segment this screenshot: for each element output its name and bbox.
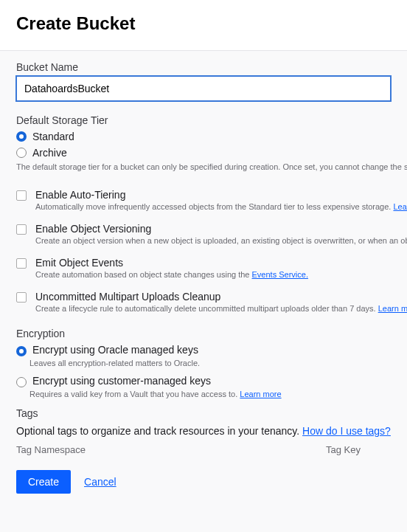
checkbox-icon	[16, 224, 27, 235]
storage-tier-note: The default storage tier for a bucket ca…	[16, 162, 391, 173]
storage-tier-label: Default Storage Tier	[16, 114, 391, 126]
radio-icon	[16, 346, 27, 356]
radio-icon	[16, 377, 27, 387]
encryption-label: Encryption	[16, 328, 391, 339]
encryption-oracle-option[interactable]: Encrypt using Oracle managed keys	[16, 342, 391, 357]
tags-help-link[interactable]: How do I use tags?	[302, 425, 391, 437]
checkbox-icon	[16, 258, 27, 269]
dialog-content: Bucket Name Default Storage Tier Standar…	[0, 51, 407, 455]
versioning-title: Enable Object Versioning	[35, 223, 407, 235]
mpu-learn-more-link[interactable]: Learn more	[378, 304, 407, 313]
auto-tiering-title: Enable Auto-Tiering	[35, 189, 407, 201]
tags-desc: Optional tags to organize and track reso…	[16, 425, 391, 437]
page-title: Create Bucket	[16, 13, 391, 34]
auto-tiering-learn-link[interactable]: Lear	[393, 202, 407, 211]
tag-namespace-header: Tag Namespace	[16, 444, 326, 455]
checkbox-icon	[16, 292, 27, 303]
bucket-name-input[interactable]	[16, 76, 391, 101]
encryption-oracle-desc: Leaves all encryption-related matters to…	[29, 359, 391, 367]
events-desc: Create automation based on object state …	[35, 270, 308, 279]
create-button[interactable]: Create	[16, 470, 71, 494]
mpu-cleanup-desc: Create a lifecycle rule to automatically…	[35, 304, 407, 313]
encryption-learn-more-link[interactable]: Learn more	[240, 390, 281, 398]
checkbox-icon	[16, 190, 27, 201]
events-checkbox[interactable]: Emit Object Events Create automation bas…	[16, 257, 391, 279]
auto-tiering-desc: Automatically move infrequently accessed…	[35, 202, 407, 211]
radio-label: Encrypt using Oracle managed keys	[32, 342, 198, 357]
storage-tier-standard[interactable]: Standard	[16, 129, 391, 144]
encryption-customer-desc: Requires a valid key from a Vault that y…	[29, 390, 391, 398]
events-title: Emit Object Events	[35, 257, 308, 269]
radio-label: Standard	[32, 129, 74, 144]
mpu-cleanup-checkbox[interactable]: Uncommitted Multipart Uploads Cleanup Cr…	[16, 291, 391, 313]
cancel-button[interactable]: Cancel	[84, 476, 116, 488]
dialog-footer: Create Cancel	[0, 455, 407, 508]
tag-key-header: Tag Key	[326, 444, 361, 455]
radio-label: Encrypt using customer-managed keys	[32, 373, 211, 388]
mpu-cleanup-title: Uncommitted Multipart Uploads Cleanup	[35, 291, 407, 303]
radio-icon	[16, 131, 27, 142]
dialog-header: Create Bucket	[0, 0, 407, 51]
auto-tiering-checkbox[interactable]: Enable Auto-Tiering Automatically move i…	[16, 189, 391, 211]
versioning-desc: Create an object version when a new obje…	[35, 236, 407, 245]
tags-label: Tags	[16, 407, 391, 419]
bucket-name-label: Bucket Name	[16, 61, 391, 73]
events-service-link[interactable]: Events Service.	[252, 270, 308, 279]
versioning-checkbox[interactable]: Enable Object Versioning Create an objec…	[16, 223, 391, 245]
storage-tier-archive[interactable]: Archive	[16, 145, 391, 160]
radio-label: Archive	[32, 145, 67, 160]
encryption-customer-option[interactable]: Encrypt using customer-managed keys	[16, 373, 391, 388]
radio-icon	[16, 148, 27, 158]
